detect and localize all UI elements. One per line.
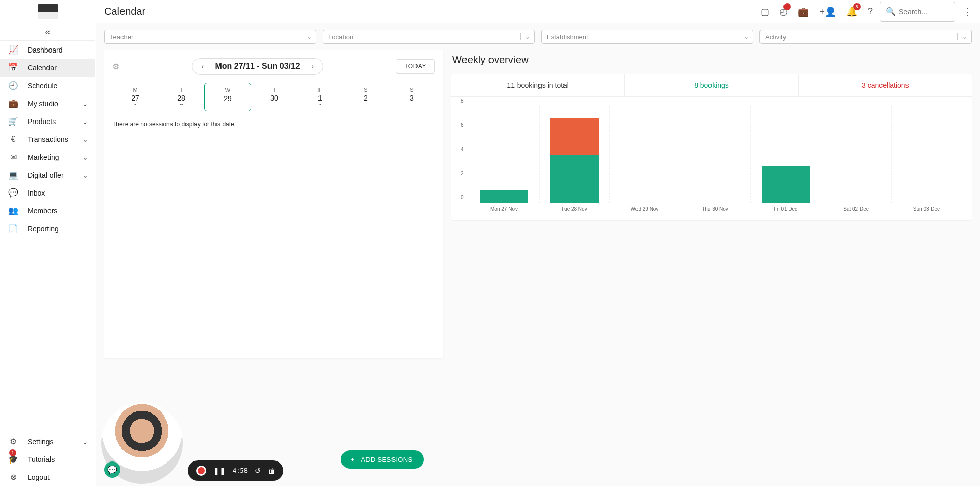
calendar-settings-icon[interactable]: ⚙	[112, 62, 119, 71]
date-nav: ‹ Mon 27/11 - Sun 03/12 ›	[192, 58, 323, 75]
day-30[interactable]: T30	[251, 83, 297, 111]
bar-col	[610, 106, 680, 203]
day-29[interactable]: W29	[204, 83, 251, 111]
alert-icon[interactable]: ◴	[779, 6, 788, 17]
establishment-select[interactable]: Establishment ⌄	[541, 30, 753, 44]
nav-label: Digital offer	[28, 171, 64, 179]
nav-label: Reporting	[28, 225, 59, 233]
calendar-card: ⚙ ‹ Mon 27/11 - Sun 03/12 › TODAY M27•T2…	[104, 50, 443, 358]
collapse-icon[interactable]: «	[45, 27, 50, 37]
sidebar-item-digital-offer[interactable]: 💻Digital offer⌄	[0, 166, 95, 184]
bar-col	[821, 106, 892, 203]
record-stop-icon[interactable]	[196, 466, 206, 476]
chevron-down-icon: ⌄	[82, 171, 88, 179]
gear-icon: ⚙	[7, 436, 19, 446]
nav-label: My studio	[28, 100, 58, 108]
sidebar-item-transactions[interactable]: €Transactions⌄	[0, 130, 95, 148]
ytick: 2	[461, 170, 464, 176]
trash-icon[interactable]: 🗑	[268, 467, 275, 475]
plus-icon: ＋	[349, 455, 356, 464]
inbox-icon[interactable]: ▢	[761, 6, 769, 17]
day-number: 2	[343, 94, 389, 102]
graduation-icon: 🎓	[7, 454, 19, 464]
sidebar-item-dashboard[interactable]: 📈Dashboard	[0, 41, 95, 59]
add-sessions-button[interactable]: ＋ ADD SESSIONS	[341, 450, 424, 469]
day-number: 3	[389, 94, 435, 102]
today-button[interactable]: TODAY	[396, 59, 435, 74]
nav-icon: 👥	[7, 206, 19, 215]
divider	[0, 431, 95, 431]
bar-col	[680, 106, 751, 203]
sidebar-item-inbox[interactable]: 💬Inbox	[0, 184, 95, 202]
restart-icon[interactable]: ↺	[255, 467, 261, 475]
search-input[interactable]	[899, 8, 950, 16]
chevron-down-icon: ⌄	[82, 153, 88, 161]
add-user-icon[interactable]: +👤	[819, 6, 836, 17]
day-2[interactable]: S2	[343, 83, 389, 111]
ytick: 6	[461, 122, 464, 128]
sidebar-item-my-studio[interactable]: 💼My studio⌄	[0, 94, 95, 112]
day-27[interactable]: M27•	[112, 83, 158, 111]
bar-bookings	[480, 190, 529, 203]
chevron-down-icon: ⌄	[82, 100, 88, 108]
more-icon[interactable]: ⋮	[963, 6, 972, 17]
chat-icon[interactable]: 💬	[104, 461, 120, 478]
day-number: 1	[297, 94, 343, 102]
sidebar-item-settings[interactable]: ⚙ Settings ⌄	[0, 432, 95, 450]
ytick: 8	[461, 98, 464, 104]
chart-area: 02468	[469, 106, 962, 203]
briefcase-icon[interactable]: 💼	[798, 6, 809, 17]
help-icon[interactable]: ?	[868, 6, 873, 17]
sidebar-item-calendar[interactable]: 📅Calendar	[0, 59, 95, 77]
day-28[interactable]: T28••	[158, 83, 204, 111]
nav-icon: 📄	[7, 224, 19, 233]
day-of-week: S	[389, 87, 435, 93]
sidebar-item-products[interactable]: 🛒Products⌄	[0, 112, 95, 130]
sidebar-item-reporting[interactable]: 📄Reporting	[0, 220, 95, 237]
nav-label: Marketing	[28, 153, 59, 161]
sidebar-item-marketing[interactable]: ✉Marketing⌄	[0, 148, 95, 166]
day-1[interactable]: F1•	[297, 83, 343, 111]
xlabel: Fri 01 Dec	[750, 203, 821, 212]
search-box[interactable]: 🔍	[880, 2, 955, 22]
chart-xlabels: Mon 27 NovTue 28 NovWed 29 NovThu 30 Nov…	[469, 203, 962, 212]
sidebar-item-logout[interactable]: ⊗ Logout	[0, 468, 95, 486]
settings-label: Settings	[28, 438, 54, 446]
ytick: 0	[461, 195, 464, 200]
day-dots: •	[112, 102, 158, 107]
overview-tabs: 11 bookings in total 8 bookings 3 cancel…	[451, 74, 972, 97]
activity-select[interactable]: Activity ⌄	[760, 30, 972, 44]
search-icon: 🔍	[886, 7, 896, 16]
page-title: Calendar	[104, 6, 145, 17]
location-select[interactable]: Location ⌄	[323, 30, 535, 44]
nav-icon: 💻	[7, 170, 19, 180]
establishment-label: Establishment	[542, 33, 739, 41]
tab-bookings[interactable]: 8 bookings	[625, 74, 798, 96]
day-number: 29	[205, 94, 251, 103]
tab-cancellations[interactable]: 3 cancellations	[799, 74, 972, 96]
nav-icon: 🕘	[7, 81, 19, 90]
day-3[interactable]: S3	[389, 83, 435, 111]
tab-total[interactable]: 11 bookings in total	[451, 74, 625, 96]
prev-week-icon[interactable]: ‹	[194, 62, 210, 70]
alert-badge	[783, 3, 791, 10]
sidebar-item-members[interactable]: 👥Members	[0, 202, 95, 220]
pause-icon[interactable]: ❚❚	[213, 467, 226, 475]
day-number: 30	[251, 94, 297, 102]
sidebar-item-schedule[interactable]: 🕘Schedule	[0, 77, 95, 94]
day-of-week: W	[205, 87, 251, 93]
bar-col	[892, 106, 962, 203]
teacher-select[interactable]: Teacher ⌄	[104, 30, 316, 44]
header-icons: ▢ ◴ 💼 +👤 🔔8 ?	[761, 6, 873, 17]
logout-label: Logout	[28, 473, 50, 481]
chevron-down-icon: ⌄	[302, 33, 316, 40]
xlabel: Tue 28 Nov	[539, 203, 609, 212]
bell-icon[interactable]: 🔔8	[846, 6, 857, 17]
bar-col	[540, 106, 610, 203]
chevron-down-icon: ⌄	[82, 135, 88, 143]
header: Calendar ▢ ◴ 💼 +👤 🔔8 ? 🔍 ⋮	[96, 0, 980, 23]
overview-title: Weekly overview	[452, 54, 972, 66]
sidebar-item-tutorials[interactable]: 🎓 Tutorials	[0, 450, 95, 468]
studio-logo[interactable]	[38, 4, 58, 19]
next-week-icon[interactable]: ›	[305, 62, 321, 70]
